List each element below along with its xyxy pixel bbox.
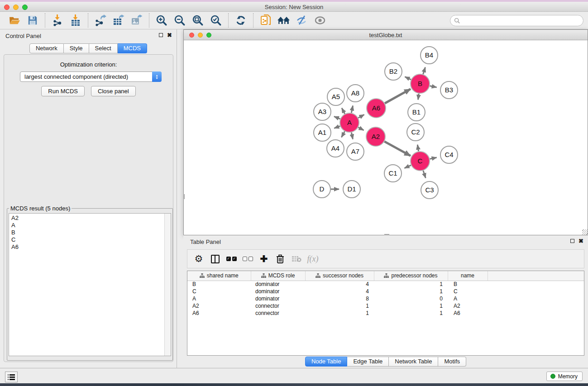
graph-node-C2[interactable]: C2 (407, 124, 424, 141)
add-column-button[interactable]: ✚ (258, 253, 270, 265)
graph-node-A2[interactable]: A2 (366, 127, 385, 146)
graph-node-A5[interactable]: A5 (327, 88, 344, 105)
graph-edge-A-A8[interactable] (351, 105, 353, 113)
graph-edge-A6-B[interactable] (385, 89, 411, 104)
graph-edge-A2-C[interactable] (384, 142, 411, 156)
graph-edge-A-A4[interactable] (341, 131, 344, 137)
graph-edge-C-C2[interactable] (417, 145, 418, 152)
graph-edge-A-A3[interactable] (334, 116, 340, 119)
graph-node-A8[interactable]: A8 (347, 85, 364, 102)
graph-edge-A-A2[interactable] (358, 127, 363, 130)
search-input[interactable] (460, 17, 583, 24)
graph-edge-B-B2[interactable] (405, 77, 411, 80)
import-network-button[interactable] (51, 14, 64, 27)
graph-edge-A-A5[interactable] (342, 108, 345, 114)
graph-node-A4[interactable]: A4 (327, 140, 344, 157)
graph-node-B4[interactable]: B4 (421, 47, 438, 64)
function-builder-button[interactable]: f(x) (307, 253, 319, 265)
column-header-shared-name[interactable]: shared name (187, 271, 251, 281)
graph-node-D[interactable]: D (313, 181, 330, 198)
export-image-button[interactable] (130, 14, 143, 27)
table-row[interactable]: A6connector11A6 (187, 310, 584, 317)
close-panel-button[interactable]: Close panel (91, 86, 136, 96)
close-table-panel-icon[interactable]: ✖ (578, 238, 583, 243)
run-mcds-button[interactable]: Run MCDS (41, 86, 85, 96)
graph-node-A1[interactable]: A1 (314, 124, 331, 141)
zoom-in-button[interactable] (155, 14, 168, 27)
graph-node-C4[interactable]: C4 (440, 146, 458, 163)
graph-node-B3[interactable]: B3 (440, 81, 458, 99)
search-box[interactable] (450, 15, 583, 26)
tab-mcds[interactable]: MCDS (118, 43, 147, 53)
list-item[interactable]: A6 (11, 243, 171, 251)
graph-node-B[interactable]: B (411, 74, 430, 93)
tab-network-table[interactable]: Network Table (389, 357, 438, 367)
graph-edge-B-B4[interactable] (423, 67, 425, 74)
delete-column-button[interactable] (274, 253, 286, 265)
graph-node-D1[interactable]: D1 (343, 181, 360, 198)
graph-edge-A-A7[interactable] (351, 133, 353, 139)
graph-node-B2[interactable]: B2 (385, 63, 402, 80)
graph-node-A3[interactable]: A3 (314, 103, 331, 120)
list-item[interactable]: A2 (11, 214, 171, 222)
delete-table-button[interactable] (291, 253, 302, 265)
export-table-button[interactable] (112, 14, 125, 27)
table-settings-button[interactable]: ⚙ (193, 253, 205, 265)
float-panel-icon[interactable] (159, 33, 163, 37)
zoom-fit-button[interactable] (191, 14, 205, 27)
table-columns-button[interactable] (209, 253, 221, 265)
graph-edge-C-C1[interactable] (405, 165, 411, 168)
graph-node-C1[interactable]: C1 (384, 165, 402, 182)
column-header-name[interactable]: name (448, 271, 488, 281)
table-row[interactable]: Bdominator41B (187, 281, 584, 288)
deselect-all-button[interactable] (242, 253, 253, 265)
tab-edge-table[interactable]: Edge Table (347, 357, 389, 367)
task-history-button[interactable] (5, 372, 18, 382)
select-all-button[interactable]: ✓✓ (225, 253, 237, 265)
network-canvas[interactable]: B4B2BB3A5A8A6A3B1AA1C2A2A4A7C4CC1C3DD1 (184, 40, 588, 235)
tab-select[interactable]: Select (89, 43, 118, 53)
window-resize-handle-corner[interactable] (582, 229, 588, 235)
hide-button[interactable] (295, 14, 309, 27)
graph-edge-B-B3[interactable] (430, 86, 436, 87)
refresh-button[interactable] (234, 14, 248, 27)
graph-node-B1[interactable]: B1 (408, 104, 425, 121)
result-list-scrollbar[interactable] (164, 214, 171, 356)
table-row[interactable]: Cdominator41C (187, 288, 584, 295)
tab-motifs[interactable]: Motifs (438, 357, 466, 367)
new-network-button[interactable] (259, 14, 272, 27)
table-row[interactable]: A2connector11A2 (187, 302, 584, 310)
graph-node-A7[interactable]: A7 (347, 143, 364, 160)
import-table-button[interactable] (69, 14, 82, 27)
graph-node-A6[interactable]: A6 (367, 99, 386, 118)
close-panel-icon[interactable]: ✖ (167, 33, 172, 38)
graph-edge-B-B1[interactable] (418, 94, 419, 100)
window-resize-handle-left[interactable] (183, 194, 185, 199)
graph-edge-A-A1[interactable] (334, 126, 340, 129)
graph-edge-C-C3[interactable] (423, 171, 425, 178)
column-header-successor-nodes[interactable]: successor nodes (305, 271, 374, 281)
graph-edge-A-A6[interactable] (358, 114, 364, 118)
list-item[interactable]: C (11, 236, 171, 243)
column-header-predecessor-nodes[interactable]: predecessor nodes (374, 271, 448, 281)
show-button[interactable] (313, 14, 327, 27)
home-button[interactable] (277, 14, 291, 27)
open-file-button[interactable] (8, 14, 21, 27)
table-row[interactable]: Adominator80A (187, 295, 584, 302)
graph-node-C[interactable]: C (411, 152, 430, 171)
list-item[interactable]: B (11, 229, 171, 236)
zoom-out-button[interactable] (173, 14, 186, 27)
mcds-result-list[interactable]: A2ABCA6 (9, 213, 171, 356)
tab-network[interactable]: Network (29, 43, 64, 53)
network-window-titlebar[interactable]: testGlobe.txt (184, 30, 588, 40)
graph-edge-C-C4[interactable] (430, 157, 436, 159)
float-table-panel-icon[interactable] (570, 239, 574, 243)
save-session-button[interactable] (26, 14, 39, 27)
zoom-selected-button[interactable] (209, 14, 223, 27)
column-header-MCDS-role[interactable]: MCDS role (251, 271, 305, 281)
list-item[interactable]: A (11, 222, 171, 229)
memory-button[interactable]: Memory (546, 372, 583, 381)
criterion-dropdown[interactable]: largest connected component (directed) ▲… (20, 71, 162, 82)
graph-node-A[interactable]: A (340, 113, 359, 132)
tab-style[interactable]: Style (64, 43, 89, 53)
